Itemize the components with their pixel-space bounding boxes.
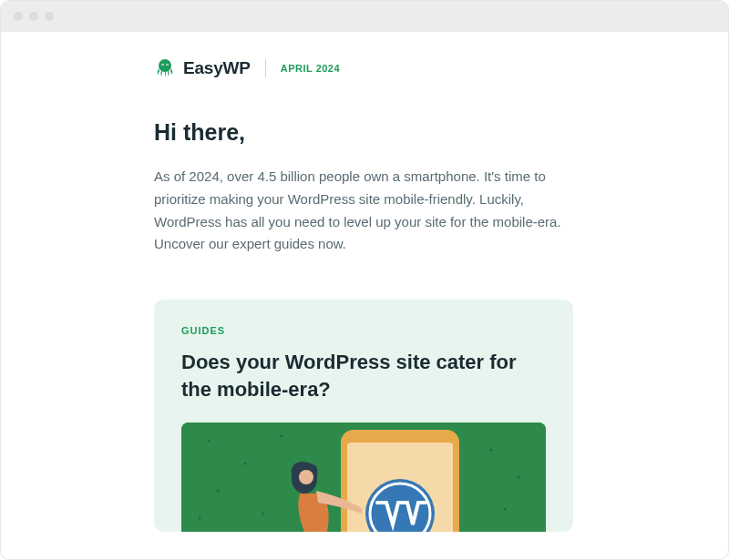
- date-label: APRIL 2024: [281, 63, 340, 74]
- svg-point-7: [244, 463, 247, 465]
- svg-point-4: [167, 65, 168, 66]
- svg-point-10: [490, 449, 493, 452]
- card-title: Does your WordPress site cater for the m…: [181, 349, 546, 402]
- svg-point-6: [208, 440, 210, 443]
- svg-point-0: [159, 59, 171, 72]
- intro-paragraph: As of 2024, over 4.5 billion people own …: [154, 166, 573, 256]
- window-dot: [14, 12, 23, 21]
- card-category-label: GUIDES: [181, 325, 546, 336]
- header-divider: [265, 59, 266, 77]
- brand-logo: EasyWP: [154, 57, 251, 79]
- window-dot: [45, 12, 54, 21]
- octopus-icon: [154, 57, 176, 79]
- email-header: EasyWP APRIL 2024: [154, 57, 728, 79]
- svg-point-13: [281, 435, 283, 438]
- window-dot: [29, 12, 38, 21]
- svg-point-11: [518, 476, 520, 479]
- guide-card[interactable]: GUIDES Does your WordPress site cater fo…: [154, 300, 573, 532]
- email-content: EasyWP APRIL 2024 Hi there, As of 2024, …: [1, 32, 728, 532]
- card-illustration: [181, 423, 546, 532]
- svg-point-9: [262, 513, 265, 515]
- browser-frame: EasyWP APRIL 2024 Hi there, As of 2024, …: [0, 0, 729, 560]
- svg-point-12: [504, 508, 507, 511]
- browser-bar: [1, 1, 728, 32]
- svg-point-3: [162, 65, 163, 66]
- email-body: Hi there, As of 2024, over 4.5 billion p…: [154, 119, 573, 532]
- svg-point-8: [217, 490, 220, 493]
- svg-point-20: [299, 470, 313, 484]
- greeting-heading: Hi there,: [154, 119, 573, 146]
- brand-name: EasyWP: [183, 58, 251, 78]
- svg-point-14: [199, 517, 201, 520]
